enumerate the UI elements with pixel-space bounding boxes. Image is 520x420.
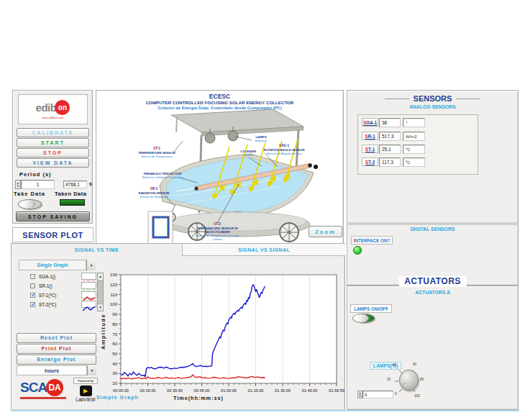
scada-logo: SCA DA: [20, 379, 72, 403]
tab-signal-vs-signal[interactable]: SIGNAL VS SIGNAL: [182, 244, 345, 255]
diagram-label-reflector: PARABOLIC REFLECTOR Reflector Cilíndrico…: [141, 172, 184, 179]
app-window: { "colors": { "navy": "#1d3d91", "light_…: [0, 0, 520, 420]
sensor-row-value: 36: [379, 118, 401, 127]
stop-saving-label: STOP SAVING: [28, 214, 78, 219]
legend-plot-icon-sr1[interactable]: [81, 282, 96, 289]
lamps-onoff-toggle[interactable]: [352, 314, 375, 323]
y-tick-label: 80: [112, 322, 117, 327]
view-data-button[interactable]: VIEW DATA: [17, 158, 89, 168]
legend-plot-icon-st2[interactable]: [81, 301, 96, 308]
edibon-logo-circle: on: [55, 100, 70, 115]
print-plot-button[interactable]: Print Plot: [17, 344, 96, 354]
lamps-percent-value[interactable]: 0: [362, 391, 393, 398]
start-button[interactable]: START: [17, 138, 89, 147]
edibon-url: www.edibon.com: [42, 116, 63, 119]
knob-tick-100: 100: [414, 394, 420, 398]
y-tick-label: 30: [112, 371, 117, 375]
labview-logo: Powered by ▶ LabVIEW: [73, 378, 98, 403]
tab-signal-vs-time[interactable]: SIGNAL VS TIME: [12, 244, 182, 256]
analog-sensors-subtitle: ANALOG SENSORS: [347, 104, 518, 109]
y-tick-label: 100: [110, 302, 118, 306]
lamps-knob[interactable]: [399, 370, 419, 391]
control-panel: edib on www.edibon.com CALIBRATE START S…: [12, 90, 93, 224]
legend-label-st1: ST-1(ºC): [39, 293, 56, 298]
sensor-row-unit: ºC: [403, 158, 425, 167]
period-label: Period (s): [19, 171, 52, 178]
interface-on-led: [353, 246, 362, 255]
legend-checkbox-st1[interactable]: ✓: [30, 293, 35, 298]
actuators-subtitle: ACTUATORS A: [347, 290, 518, 295]
knob-tick-80: 80: [420, 378, 424, 381]
x-tick-label: 00:00:00: [113, 388, 129, 393]
reset-plot-button[interactable]: Reset Plot: [17, 333, 96, 343]
x-tick-label: 00:45:00: [194, 388, 210, 393]
sensor-row-value: 25,1: [379, 145, 401, 154]
sensor-row-label: ST-1: [362, 145, 378, 153]
plot-tabbar: SIGNAL VS TIME SIGNAL VS SIGNAL: [12, 244, 345, 256]
legend-checkbox-sr1[interactable]: [30, 283, 35, 288]
take-data-label: Take Data: [14, 191, 45, 197]
scada-tagline-bar: [20, 397, 66, 399]
zoom-button[interactable]: Zoom: [309, 226, 342, 237]
plot-panel: SIGNAL VS TIME SIGNAL VS SIGNAL Single G…: [11, 243, 345, 411]
radiation-sensor-icon: [148, 204, 175, 244]
diagram-label-sag1: SAG-1 ROTATION ANGLE SENSOR Sensor de Án…: [260, 144, 308, 155]
x-tick-label: 00:15:00: [140, 388, 156, 393]
interval-dropdown[interactable]: hours ▼: [17, 365, 96, 375]
y-tick-label: 20: [112, 381, 117, 385]
sensor-row-label: SR-1: [362, 132, 378, 140]
sensor-row-value: 517,3: [379, 132, 401, 141]
elapsed-display: 4768,1: [63, 181, 87, 188]
y-tick-label: 90: [112, 312, 117, 316]
x-tick-label: 00:30:00: [167, 388, 183, 393]
calibrate-button[interactable]: CALIBRATE: [17, 128, 89, 137]
actuators-title: ACTUATORS: [398, 276, 467, 286]
sensor-row-unit: W/m2: [403, 132, 425, 141]
graph-mode-dropdown[interactable]: Single Graph ▼: [19, 260, 96, 270]
labview-icon: ▶: [80, 385, 92, 396]
analog-sensor-readouts: SGA-1 36 ° SR-1 517,3 W/m2 ST-1 25,1 ºC …: [357, 114, 478, 175]
y-tick-label: 130: [110, 273, 118, 277]
knob-pointer-dot: [403, 383, 406, 386]
period-input[interactable]: ▲▼ 1: [15, 180, 55, 189]
sensors-title: SENSORS: [347, 94, 518, 103]
diagram-label-sr1: SR-1 RADIATION SENSOR Sensor de Radiació…: [137, 187, 171, 198]
sensor-row-value: 117,3: [379, 158, 401, 167]
sensor-row-label: ST-2: [362, 158, 378, 166]
stop-button[interactable]: STOP: [17, 148, 89, 158]
simple-graph-label: Simple Graph: [96, 394, 139, 401]
take-data-toggle[interactable]: [18, 199, 42, 209]
lamps-percent-input[interactable]: ▲▼ 0: [357, 391, 393, 398]
labview-label: LabVIEW: [73, 397, 98, 402]
x-tick-label: 01:45:00: [302, 388, 318, 393]
sensor-row-unit: ºC: [403, 145, 425, 154]
legend-checkbox-sga1[interactable]: [30, 274, 35, 279]
zoom-button-label: Zoom: [315, 229, 335, 235]
knob-tick-40: 40: [393, 363, 396, 367]
interface-on-label: INTERFACE ON?: [351, 236, 393, 245]
chart-xlabel: Time(hh:mm:ss): [173, 395, 224, 401]
stop-saving-button[interactable]: STOP SAVING: [16, 211, 90, 222]
legend-checkbox-st2[interactable]: ✓: [30, 302, 35, 307]
diagram-label-st2: ST-2 TEMPERATURE SENSOR IN EACH CYLINDER…: [196, 222, 239, 241]
knob-tick-60: 60: [413, 362, 416, 366]
legend-plot-icon-st1[interactable]: [81, 291, 96, 298]
knob-tick-20: 20: [387, 378, 391, 381]
edibon-logo-text: edib: [36, 101, 57, 114]
x-tick-label: 01:30:00: [275, 388, 291, 393]
period-spinner[interactable]: ▲▼: [15, 180, 21, 189]
lamps-percent-spinner[interactable]: ▲▼: [357, 391, 362, 398]
bottom-edge-strip: [11, 410, 519, 411]
x-tick-label: 01:59:59: [329, 388, 345, 393]
edibon-logo: edib on www.edibon.com: [18, 94, 88, 124]
interval-dropdown-arrow-icon[interactable]: ▼: [87, 365, 96, 375]
enlarge-plot-button[interactable]: Enlarge Plot: [17, 355, 96, 365]
graph-mode-dropdown-arrow-icon[interactable]: ▼: [86, 260, 96, 270]
y-tick-label: 110: [110, 293, 117, 297]
actuators-panel: ACTUATORS ACTUATORS A LAMPS ON/OFF LAMPS…: [347, 286, 519, 410]
scada-text: SCA: [20, 380, 47, 396]
legend-plot-icon-sga1[interactable]: [81, 273, 96, 280]
period-value[interactable]: 1: [21, 180, 55, 189]
knob-tick-0: 0: [395, 392, 397, 396]
diagram-label-cylinder: CYLINDER Cilindro: [236, 150, 260, 157]
